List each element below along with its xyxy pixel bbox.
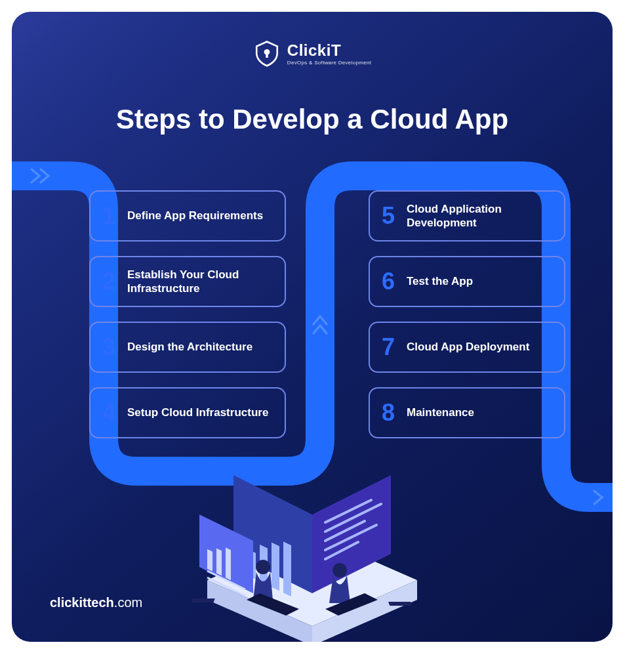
step-label: Setup Cloud Infrastructure — [127, 406, 268, 419]
step-label: Establish Your Cloud Infrastructure — [127, 268, 274, 296]
step-label: Test the App — [407, 274, 473, 288]
footer-domain: clickittech.com — [50, 595, 142, 610]
step-number: 7 — [379, 335, 397, 359]
svg-rect-9 — [283, 541, 291, 597]
step-number: 4 — [100, 401, 118, 425]
step-card: 7 Cloud App Deployment — [369, 322, 565, 373]
step-number: 6 — [379, 270, 397, 293]
footer-bold: clickittech — [50, 595, 114, 610]
svg-rect-1 — [266, 52, 268, 58]
step-label: Define App Requirements — [127, 209, 263, 222]
step-label: Cloud App Deployment — [407, 340, 529, 354]
page-title: Steps to Develop a Cloud App — [12, 104, 613, 135]
step-number: 2 — [100, 270, 118, 293]
step-card: 2 Establish Your Cloud Infrastructure — [89, 256, 286, 307]
step-number: 3 — [100, 335, 118, 359]
step-card: 1 Define App Requirements — [89, 190, 286, 242]
shield-icon — [253, 39, 281, 67]
step-card: 3 Design the Architecture — [89, 322, 286, 373]
svg-rect-19 — [226, 547, 231, 580]
svg-rect-17 — [207, 549, 212, 572]
step-card: 4 Setup Cloud Infrastructure — [89, 387, 286, 438]
steps-column-right: 5 Cloud Application Development 6 Test t… — [369, 190, 565, 438]
svg-point-24 — [333, 563, 347, 578]
brand-tagline: DevOps & Software Development — [287, 60, 371, 66]
step-card: 6 Test the App — [369, 256, 565, 307]
step-label: Design the Architecture — [127, 340, 252, 354]
step-number: 8 — [379, 401, 397, 425]
svg-rect-18 — [216, 548, 222, 576]
infographic-card: ClickiT DevOps & Software Development St… — [12, 12, 613, 642]
svg-rect-25 — [388, 602, 412, 606]
steps-column-left: 1 Define App Requirements 2 Establish Yo… — [89, 190, 286, 438]
step-number: 1 — [100, 204, 118, 228]
footer-rest: .com — [114, 595, 142, 610]
svg-point-22 — [256, 560, 270, 574]
brand-logo: ClickiT DevOps & Software Development — [12, 39, 613, 67]
step-number: 5 — [379, 204, 397, 228]
step-card: 8 Maintenance — [369, 387, 565, 438]
step-card: 5 Cloud Application Development — [369, 190, 565, 242]
svg-rect-23 — [192, 598, 215, 602]
step-label: Cloud Application Development — [407, 202, 554, 230]
step-label: Maintenance — [407, 406, 474, 419]
svg-rect-8 — [272, 542, 279, 591]
brand-name: ClickiT — [287, 41, 371, 60]
isometric-illustration — [188, 436, 437, 642]
